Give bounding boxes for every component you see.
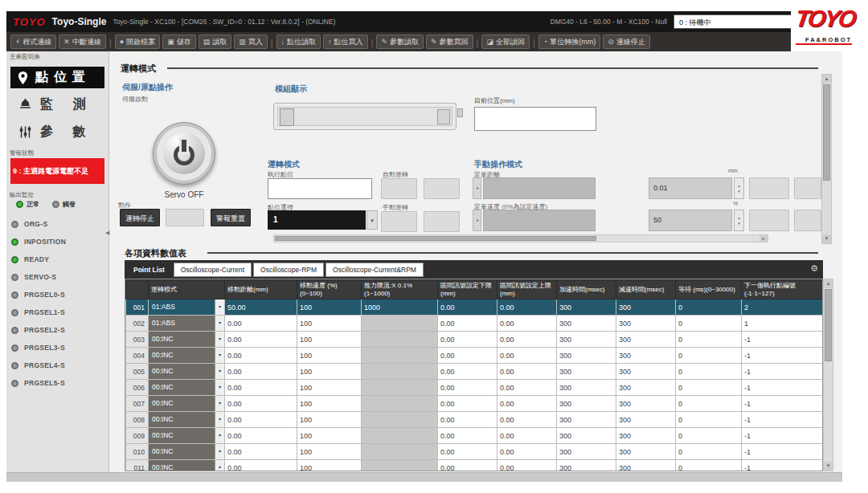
- move-speed-cell[interactable]: 100: [297, 348, 362, 364]
- thrust-limit-cell[interactable]: [362, 396, 438, 412]
- scroll-down-icon[interactable]: ▼: [822, 234, 831, 243]
- jog-speed-spinner[interactable]: ▴▾: [734, 210, 744, 231]
- move-speed-cell[interactable]: 100: [297, 396, 362, 412]
- thrust-limit-cell[interactable]: [362, 316, 438, 332]
- dropdown-arrow-icon[interactable]: ▾: [215, 364, 224, 379]
- dwell-cell[interactable]: 0: [676, 428, 742, 444]
- dwell-cell[interactable]: 0: [676, 444, 742, 460]
- toolbar-button[interactable]: ▥ 寫入: [234, 35, 268, 49]
- servo-power-button[interactable]: [153, 122, 215, 185]
- decel-time-cell[interactable]: 300: [616, 380, 676, 396]
- move-distance-cell[interactable]: 0.00: [225, 348, 297, 364]
- move-distance-cell[interactable]: 0.00: [225, 364, 297, 380]
- toolbar-button[interactable]: ◪ 全部讀回: [481, 35, 530, 49]
- mode-cell[interactable]: 01:ABS▾: [149, 316, 225, 332]
- zone-upper-cell[interactable]: 0.00: [497, 428, 557, 444]
- jog-distance-left-arrow-icon[interactable]: ◂: [473, 177, 481, 199]
- move-distance-cell[interactable]: 0.00: [225, 332, 297, 348]
- sidebar-item-parameters[interactable]: 參 數: [10, 120, 104, 143]
- zone-lower-cell[interactable]: 0.00: [438, 299, 497, 316]
- zone-upper-cell[interactable]: 0.00: [497, 299, 557, 316]
- dwell-cell[interactable]: 0: [676, 332, 742, 348]
- table-tab[interactable]: Point List: [126, 263, 172, 277]
- dropdown-arrow-icon[interactable]: ▾: [215, 444, 224, 459]
- move-distance-cell[interactable]: 0.00: [225, 396, 297, 412]
- jog-distance-slider[interactable]: [483, 177, 596, 199]
- thrust-limit-cell[interactable]: [362, 380, 438, 396]
- dropdown-arrow-icon[interactable]: ▾: [215, 380, 224, 395]
- move-distance-cell[interactable]: 0.00: [225, 428, 297, 444]
- toolbar-button[interactable]: ▣ 儲存: [162, 35, 196, 49]
- scrollbar-thumb[interactable]: [823, 84, 830, 181]
- move-distance-cell[interactable]: 0.00: [225, 460, 297, 472]
- dropdown-arrow-icon[interactable]: ▾: [215, 332, 224, 347]
- thrust-limit-cell[interactable]: [362, 364, 438, 380]
- thrust-limit-cell[interactable]: [362, 412, 438, 428]
- decel-time-cell[interactable]: 300: [616, 364, 676, 380]
- dropdown-arrow-icon[interactable]: ▾: [366, 210, 378, 230]
- thrust-limit-cell[interactable]: 1000: [362, 299, 438, 316]
- current-position-input[interactable]: [474, 107, 596, 131]
- jog-speed-button-1[interactable]: [749, 210, 789, 231]
- dwell-cell[interactable]: 0: [676, 364, 742, 380]
- move-distance-cell[interactable]: 0.00: [225, 380, 297, 396]
- jog-speed-left-arrow-icon[interactable]: ◂: [473, 210, 481, 231]
- manual-run-minus-button[interactable]: [381, 211, 417, 232]
- decel-time-cell[interactable]: 300: [616, 460, 676, 472]
- table-row[interactable]: 00500:INC▾0.001000.000.003003000-1: [126, 364, 824, 380]
- mode-cell[interactable]: 01:ABS▾: [149, 299, 225, 316]
- dropdown-arrow-icon[interactable]: ▾: [215, 396, 224, 411]
- scroll-down-icon[interactable]: ▼: [824, 462, 833, 471]
- sidebar-item-point-position[interactable]: 點位置: [10, 67, 104, 88]
- toolbar-button[interactable]: ◔ 單位轉換(mm): [538, 35, 600, 49]
- move-distance-cell[interactable]: 50.00: [225, 299, 297, 316]
- dropdown-arrow-icon[interactable]: ▾: [215, 316, 224, 331]
- accel-time-cell[interactable]: 300: [557, 396, 616, 412]
- thrust-limit-cell[interactable]: [362, 460, 438, 472]
- next-point-cell[interactable]: -1: [742, 428, 824, 444]
- toolbar-button[interactable]: ✎ 參數讀取: [376, 35, 424, 49]
- table-row[interactable]: 00300:INC▾0.001000.000.003003000-1: [126, 332, 824, 348]
- next-point-cell[interactable]: 1: [742, 316, 824, 332]
- table-row[interactable]: 00400:INC▾0.001000.000.003003000-1: [126, 348, 824, 364]
- move-speed-cell[interactable]: 100: [297, 412, 362, 428]
- table-settings-gear-icon[interactable]: ⚙: [810, 263, 818, 274]
- accel-time-cell[interactable]: 300: [557, 332, 616, 348]
- move-speed-cell[interactable]: 100: [297, 428, 362, 444]
- alarm-reset-button[interactable]: 警報重置: [211, 209, 251, 226]
- table-row[interactable]: 00800:INC▾0.001000.000.003003000-1: [126, 412, 824, 428]
- move-distance-cell[interactable]: 0.00: [225, 412, 297, 428]
- run-stop-button[interactable]: 運轉停止: [120, 209, 160, 226]
- next-point-cell[interactable]: -1: [742, 396, 824, 412]
- table-row[interactable]: 00600:INC▾0.001000.000.003003000-1: [126, 380, 824, 396]
- zone-lower-cell[interactable]: 0.00: [438, 428, 497, 444]
- zone-lower-cell[interactable]: 0.00: [438, 364, 497, 380]
- mode-cell[interactable]: 00:INC▾: [149, 348, 225, 364]
- decel-time-cell[interactable]: 300: [616, 299, 676, 316]
- accel-time-cell[interactable]: 300: [557, 460, 616, 472]
- move-speed-cell[interactable]: 100: [297, 332, 362, 348]
- move-distance-cell[interactable]: 0.00: [225, 444, 297, 460]
- table-row[interactable]: 01000:INC▾0.001000.000.003003000-1: [126, 444, 824, 460]
- zone-lower-cell[interactable]: 0.00: [438, 348, 497, 364]
- mode-cell[interactable]: 00:INC▾: [149, 428, 225, 444]
- decel-time-cell[interactable]: 300: [616, 412, 676, 428]
- dwell-cell[interactable]: 0: [676, 380, 742, 396]
- dwell-cell[interactable]: 0: [676, 396, 742, 412]
- decel-time-cell[interactable]: 300: [616, 316, 676, 332]
- mode-cell[interactable]: 00:INC▾: [149, 380, 225, 396]
- next-point-cell[interactable]: -1: [742, 460, 824, 472]
- zone-lower-cell[interactable]: 0.00: [438, 316, 497, 332]
- zone-lower-cell[interactable]: 0.00: [438, 332, 497, 348]
- toolbar-button[interactable]: ▤ 讀取: [199, 35, 232, 49]
- next-point-cell[interactable]: -1: [742, 444, 824, 460]
- move-speed-cell[interactable]: 100: [297, 444, 362, 460]
- dropdown-arrow-icon[interactable]: ▾: [215, 299, 224, 315]
- sidebar-item-monitor[interactable]: 監 測: [10, 93, 104, 116]
- jog-distance-input[interactable]: 0.01: [649, 177, 732, 199]
- decel-time-cell[interactable]: 300: [616, 396, 676, 412]
- toolbar-button[interactable]: ⚡ 程式連線: [10, 35, 56, 49]
- thrust-limit-cell[interactable]: [362, 444, 438, 460]
- manual-run-plus-button[interactable]: [424, 211, 460, 232]
- next-point-cell[interactable]: -1: [742, 348, 824, 364]
